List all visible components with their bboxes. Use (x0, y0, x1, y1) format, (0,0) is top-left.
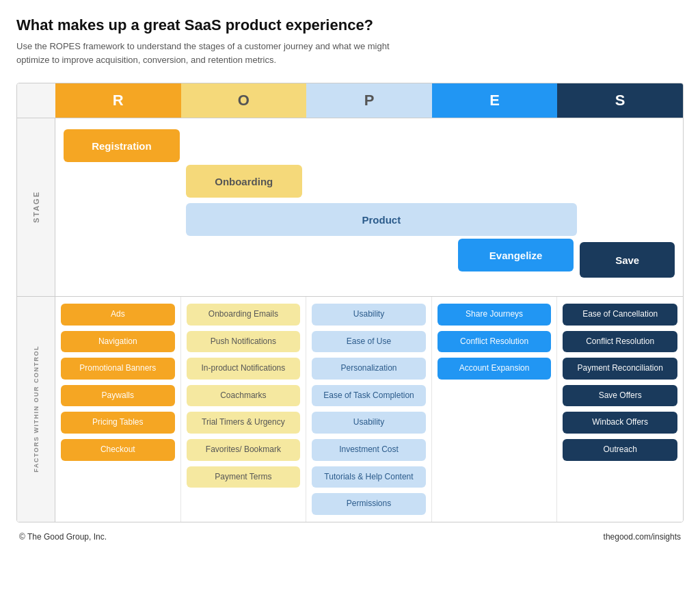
factor-r-6: Checkout (61, 439, 175, 461)
footer: © The Good Group, Inc. thegood.com/insig… (16, 522, 684, 542)
framework-table: R O P E S STAGE Registration Onboarding (16, 83, 684, 522)
header-row: R O P E S (17, 83, 683, 118)
factor-o-2: Push Notifications (187, 331, 301, 353)
factor-s-4: Save Offers (563, 385, 677, 407)
header-o: O (181, 83, 307, 118)
factor-col-p: Usability Ease of Use Personalization Ea… (306, 297, 432, 522)
footer-left: © The Good Group, Inc. (19, 532, 107, 542)
header-p: P (306, 83, 432, 118)
stage-onboarding: Onboarding (186, 165, 302, 198)
factor-s-1: Ease of Cancellation (563, 304, 677, 326)
page-title: What makes up a great SaaS product exper… (16, 16, 684, 34)
factor-o-6: Favorites/ Bookmark (187, 439, 301, 461)
factor-p-4: Ease of Task Completion (312, 385, 426, 407)
factor-col-o: Onboarding Emails Push Notifications In-… (181, 297, 307, 522)
factor-r-2: Navigation (61, 331, 175, 353)
factor-s-6: Outreach (563, 439, 677, 461)
factor-r-1: Ads (61, 304, 175, 326)
footer-right: thegood.com/insights (604, 532, 681, 542)
factor-p-6: Investment Cost (312, 439, 426, 461)
factors-label: FACTORS WITHIN OUR CONTROL (33, 345, 40, 473)
header-e: E (432, 83, 558, 118)
factor-r-3: Promotional Banners (61, 358, 175, 380)
header-r: R (55, 83, 181, 118)
factor-e-3: Account Expansion (438, 358, 552, 380)
factor-p-5: Usability (312, 412, 426, 434)
factor-e-2: Conflict Resolution (438, 331, 552, 353)
stage-label-cell: STAGE (17, 118, 55, 296)
factor-o-4: Coachmarks (187, 385, 301, 407)
stage-content-area: Registration Onboarding Product Evangeli… (55, 118, 683, 296)
page-subtitle: Use the ROPES framework to understand th… (16, 40, 399, 66)
factor-p-3: Personalization (312, 358, 426, 380)
stage-save: Save (580, 242, 675, 278)
main-container: What makes up a great SaaS product exper… (16, 16, 684, 542)
factor-col-r: Ads Navigation Promotional Banners Paywa… (55, 297, 181, 522)
factor-r-5: Pricing Tables (61, 412, 175, 434)
factors-label-cell: FACTORS WITHIN OUR CONTROL (17, 297, 55, 522)
stage-row: STAGE Registration Onboarding Product Ev… (17, 118, 683, 296)
stage-evangelize: Evangelize (458, 239, 574, 271)
factor-p-8: Permissions (312, 493, 426, 515)
factor-s-5: Winback Offers (563, 412, 677, 434)
factor-e-1: Share Journeys (438, 304, 552, 326)
stage-boxes: Registration Onboarding Product Evangeli… (64, 129, 675, 280)
stage-label: STAGE (32, 191, 40, 223)
factor-col-e: Share Journeys Conflict Resolution Accou… (432, 297, 558, 522)
factor-o-5: Trial Timers & Urgency (187, 412, 301, 434)
factor-p-1: Usability (312, 304, 426, 326)
factor-p-2: Ease of Use (312, 331, 426, 353)
stage-registration: Registration (64, 129, 180, 162)
factor-o-1: Onboarding Emails (187, 304, 301, 326)
factor-s-3: Payment Reconciliation (563, 358, 677, 380)
factor-col-s: Ease of Cancellation Conflict Resolution… (557, 297, 683, 522)
factors-columns: Ads Navigation Promotional Banners Paywa… (55, 297, 683, 522)
factor-r-4: Paywalls (61, 385, 175, 407)
factor-p-7: Tutorials & Help Content (312, 466, 426, 488)
factor-s-2: Conflict Resolution (563, 331, 677, 353)
factor-o-3: In-product Notifications (187, 358, 301, 380)
header-s: S (557, 83, 683, 118)
header-empty-cell (17, 83, 55, 118)
factors-row: FACTORS WITHIN OUR CONTROL Ads Navigatio… (17, 296, 683, 522)
stage-product: Product (186, 203, 577, 236)
factor-o-7: Payment Terms (187, 466, 301, 488)
